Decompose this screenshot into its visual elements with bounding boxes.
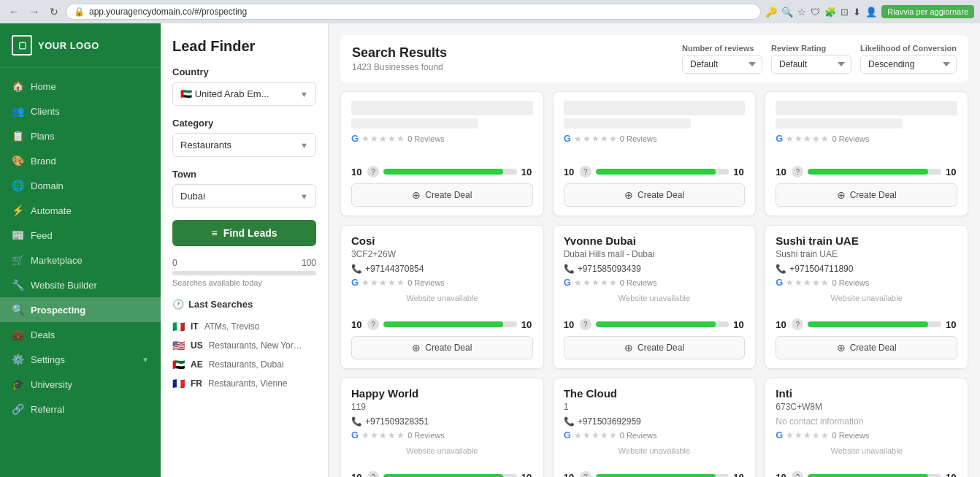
google-letter: G: [351, 277, 359, 288]
left-panel: Lead Finder Country 🇦🇪 United Arab Em...…: [161, 23, 329, 477]
score-right: 10: [521, 472, 533, 478]
score-row: 10 ? 10: [554, 467, 756, 477]
sidebar-item-plans[interactable]: 📋 Plans: [0, 123, 161, 148]
progress-min: 0: [172, 258, 177, 268]
extensions-icon[interactable]: 🧩: [824, 7, 836, 18]
plans-icon: 📋: [12, 130, 23, 142]
panel-title: Lead Finder: [172, 38, 316, 55]
university-icon: 🎓: [12, 378, 23, 390]
bookmark-icon[interactable]: ☆: [797, 7, 806, 18]
score-left: 10: [564, 319, 575, 330]
score-left: 10: [776, 472, 787, 478]
create-deal-button[interactable]: ⊕ Create Deal: [351, 336, 533, 359]
settings-icon: ⚙️: [12, 354, 23, 365]
create-deal-label: Create Deal: [638, 190, 684, 200]
score-question-icon[interactable]: ?: [367, 166, 379, 178]
download-icon[interactable]: ⬇: [853, 7, 861, 18]
star-5: ★: [397, 278, 405, 288]
town-select[interactable]: Dubai ▼: [172, 184, 316, 208]
create-deal-button[interactable]: ⊕ Create Deal: [564, 183, 746, 207]
conversion-filter-select[interactable]: Descending: [860, 55, 957, 74]
find-leads-button[interactable]: ≡ Find Leads: [172, 220, 316, 246]
back-button[interactable]: ←: [6, 4, 22, 19]
zoom-icon[interactable]: 🔍: [781, 7, 793, 18]
search-item[interactable]: 🇮🇹 IT ATMs, Treviso: [172, 317, 316, 336]
phone-icon: 📞: [351, 416, 362, 427]
profile-icon[interactable]: 👤: [865, 7, 877, 18]
biz-addr: 1: [564, 402, 746, 412]
right-panel[interactable]: Search Results 1423 Businesses found Num…: [329, 23, 980, 477]
sidebar-item-university[interactable]: 🎓 University: [0, 372, 161, 397]
biz-name: The Cloud: [564, 387, 746, 400]
score-question-icon[interactable]: ?: [792, 318, 803, 330]
progress-max: 100: [302, 258, 316, 268]
score-question-icon[interactable]: ?: [580, 318, 592, 330]
biz-name: Happy World: [351, 387, 533, 400]
search-item[interactable]: 🇦🇪 AE Restaurants, Dubai: [172, 355, 316, 374]
business-card: Yvonne Dubai Dubai Hills mall - Dubai 📞+…: [553, 225, 757, 369]
create-deal-button[interactable]: ⊕ Create Deal: [564, 336, 746, 359]
score-question-icon[interactable]: ?: [792, 471, 803, 477]
url-bar[interactable]: 🔒 app.youragencydomain.co/#/prospecting: [66, 4, 761, 20]
sidebar-item-domain[interactable]: 🌐 Domain: [0, 173, 161, 198]
country-select[interactable]: 🇦🇪 United Arab Em... ▼: [172, 82, 316, 106]
search-item[interactable]: 🇺🇸 US Restaurants, New York ...: [172, 336, 316, 355]
create-deal-button[interactable]: ⊕ Create Deal: [351, 183, 533, 207]
score-question-icon[interactable]: ?: [367, 471, 379, 477]
sidebar-item-feed[interactable]: 📰 Feed: [0, 223, 161, 248]
sidebar-item-automate[interactable]: ⚡ Automate: [0, 198, 161, 223]
sidebar-item-prospecting[interactable]: 🔍 Prospecting: [0, 297, 161, 322]
star-1: ★: [786, 278, 794, 288]
forward-button[interactable]: →: [26, 4, 42, 19]
sidebar-item-clients[interactable]: 👥 Clients: [0, 99, 161, 123]
search-desc: Restaurants, Vienne: [208, 378, 288, 389]
score-question-icon[interactable]: ?: [792, 166, 803, 178]
star-5: ★: [821, 430, 829, 440]
settings-chevron: ▼: [142, 356, 149, 364]
star-1: ★: [574, 278, 582, 288]
search-item[interactable]: 🇫🇷 FR Restaurants, Vienne: [172, 374, 316, 393]
star-4: ★: [600, 278, 608, 288]
clients-icon: 👥: [12, 105, 23, 117]
category-select[interactable]: Restaurants ▼: [172, 133, 316, 157]
sidebar-item-deals[interactable]: 💼 Deals: [0, 322, 161, 347]
score-question-icon[interactable]: ?: [580, 166, 592, 178]
password-icon[interactable]: 🔑: [765, 7, 777, 18]
score-question-icon[interactable]: ?: [367, 318, 379, 330]
sidebar-item-marketplace-label: Marketplace: [31, 255, 83, 266]
search-progress: 0 100 Searches available today: [172, 258, 316, 287]
create-deal-button[interactable]: ⊕ Create Deal: [776, 336, 957, 359]
screensaver-icon[interactable]: ⊡: [841, 7, 849, 18]
star-3: ★: [803, 278, 811, 288]
rating-filter-select[interactable]: Default: [771, 55, 851, 74]
sidebar-item-website-builder[interactable]: 🔧 Website Builder: [0, 272, 161, 297]
star-3: ★: [379, 430, 387, 440]
refresh-button[interactable]: ↻: [47, 4, 61, 19]
plus-circle-icon: ⊕: [624, 189, 633, 201]
sidebar-item-home[interactable]: 🏠 Home: [0, 74, 161, 99]
shield-icon[interactable]: 🛡: [811, 7, 820, 18]
sidebar-item-marketplace[interactable]: 🛒 Marketplace: [0, 248, 161, 272]
biz-phone: 📞+97144370854: [351, 264, 533, 274]
searches-list: 🇮🇹 IT ATMs, Treviso 🇺🇸 US Restaurants, N…: [172, 317, 316, 393]
star-4: ★: [388, 134, 396, 144]
riavvia-button[interactable]: Riavvia per aggiornare: [881, 5, 974, 18]
create-deal-button[interactable]: ⊕ Create Deal: [776, 183, 957, 207]
business-card: G ★ ★ ★ ★ ★ 0 Reviews 10 ? 10 ⊕ Creat: [765, 91, 968, 216]
flag-emoji: 🇦🇪: [180, 88, 192, 99]
score-row: 10 ? 10: [554, 314, 756, 332]
score-bar-bg: [383, 474, 517, 477]
sidebar-item-referral[interactable]: 🔗 Referral: [0, 397, 161, 421]
sidebar-item-settings[interactable]: ⚙️ Settings ▼: [0, 347, 161, 372]
reviews-filter-select[interactable]: Default: [682, 55, 762, 74]
search-desc: ATMs, Treviso: [204, 321, 260, 332]
sidebar-item-brand[interactable]: 🎨 Brand: [0, 148, 161, 173]
stars: ★ ★ ★ ★ ★: [574, 430, 617, 440]
google-review-row: G ★ ★ ★ ★ ★ 0 Reviews: [564, 430, 746, 440]
sidebar-item-plans-label: Plans: [31, 131, 55, 142]
star-1: ★: [786, 134, 794, 144]
country-label: Country: [172, 66, 316, 77]
score-question-icon[interactable]: ?: [580, 471, 592, 477]
business-card: G ★ ★ ★ ★ ★ 0 Reviews 10 ? 10 ⊕ Creat: [340, 91, 544, 216]
review-count: 0 Reviews: [832, 278, 869, 287]
